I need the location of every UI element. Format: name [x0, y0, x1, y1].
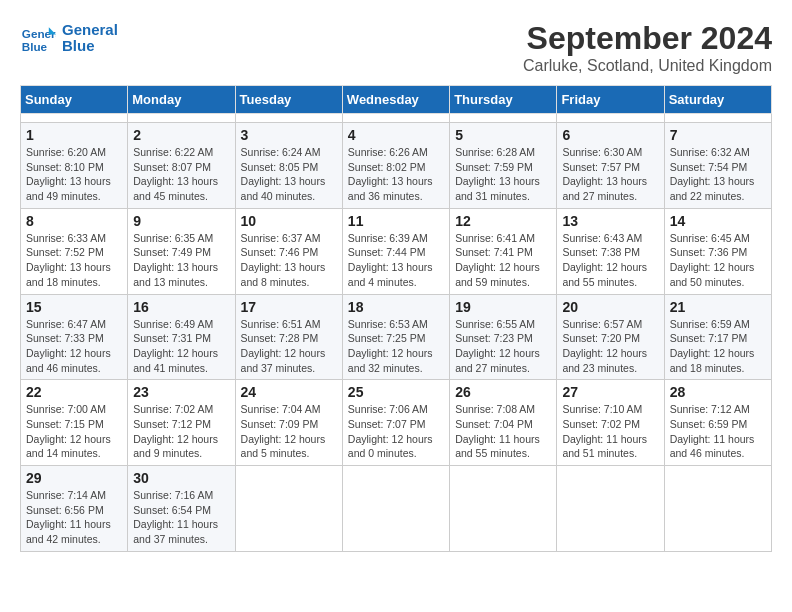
day-number: 3	[241, 127, 337, 143]
day-info: Sunrise: 6:53 AMSunset: 7:25 PMDaylight:…	[348, 317, 444, 376]
day-info: Sunrise: 6:22 AMSunset: 8:07 PMDaylight:…	[133, 145, 229, 204]
calendar-week-row	[21, 114, 772, 123]
month-title: September 2024	[523, 20, 772, 57]
calendar-day-cell: 17Sunrise: 6:51 AMSunset: 7:28 PMDayligh…	[235, 294, 342, 380]
day-number: 26	[455, 384, 551, 400]
calendar-day-cell: 24Sunrise: 7:04 AMSunset: 7:09 PMDayligh…	[235, 380, 342, 466]
logo-text-line2: Blue	[62, 38, 118, 55]
day-info: Sunrise: 6:43 AMSunset: 7:38 PMDaylight:…	[562, 231, 658, 290]
logo-text-line1: General	[62, 22, 118, 39]
calendar-day-cell: 4Sunrise: 6:26 AMSunset: 8:02 PMDaylight…	[342, 123, 449, 209]
calendar-day-cell: 1Sunrise: 6:20 AMSunset: 8:10 PMDaylight…	[21, 123, 128, 209]
calendar-week-row: 1Sunrise: 6:20 AMSunset: 8:10 PMDaylight…	[21, 123, 772, 209]
day-number: 9	[133, 213, 229, 229]
calendar-day-cell: 14Sunrise: 6:45 AMSunset: 7:36 PMDayligh…	[664, 208, 771, 294]
day-info: Sunrise: 6:51 AMSunset: 7:28 PMDaylight:…	[241, 317, 337, 376]
day-info: Sunrise: 6:41 AMSunset: 7:41 PMDaylight:…	[455, 231, 551, 290]
empty-cell	[235, 466, 342, 552]
empty-cell	[664, 466, 771, 552]
day-info: Sunrise: 6:30 AMSunset: 7:57 PMDaylight:…	[562, 145, 658, 204]
weekday-header-tuesday: Tuesday	[235, 86, 342, 114]
calendar-day-cell: 20Sunrise: 6:57 AMSunset: 7:20 PMDayligh…	[557, 294, 664, 380]
calendar-week-row: 22Sunrise: 7:00 AMSunset: 7:15 PMDayligh…	[21, 380, 772, 466]
day-info: Sunrise: 7:08 AMSunset: 7:04 PMDaylight:…	[455, 402, 551, 461]
logo-icon: General Blue	[20, 20, 56, 56]
empty-cell	[450, 114, 557, 123]
day-info: Sunrise: 6:45 AMSunset: 7:36 PMDaylight:…	[670, 231, 766, 290]
logo: General Blue General Blue	[20, 20, 118, 56]
day-info: Sunrise: 6:20 AMSunset: 8:10 PMDaylight:…	[26, 145, 122, 204]
day-number: 23	[133, 384, 229, 400]
calendar-day-cell: 13Sunrise: 6:43 AMSunset: 7:38 PMDayligh…	[557, 208, 664, 294]
day-info: Sunrise: 7:10 AMSunset: 7:02 PMDaylight:…	[562, 402, 658, 461]
weekday-header-friday: Friday	[557, 86, 664, 114]
day-number: 17	[241, 299, 337, 315]
day-number: 1	[26, 127, 122, 143]
calendar-day-cell: 10Sunrise: 6:37 AMSunset: 7:46 PMDayligh…	[235, 208, 342, 294]
calendar-day-cell: 19Sunrise: 6:55 AMSunset: 7:23 PMDayligh…	[450, 294, 557, 380]
day-number: 7	[670, 127, 766, 143]
calendar-day-cell: 16Sunrise: 6:49 AMSunset: 7:31 PMDayligh…	[128, 294, 235, 380]
day-info: Sunrise: 6:59 AMSunset: 7:17 PMDaylight:…	[670, 317, 766, 376]
calendar-week-row: 29Sunrise: 7:14 AMSunset: 6:56 PMDayligh…	[21, 466, 772, 552]
calendar-day-cell: 15Sunrise: 6:47 AMSunset: 7:33 PMDayligh…	[21, 294, 128, 380]
calendar-day-cell: 23Sunrise: 7:02 AMSunset: 7:12 PMDayligh…	[128, 380, 235, 466]
calendar-day-cell: 26Sunrise: 7:08 AMSunset: 7:04 PMDayligh…	[450, 380, 557, 466]
empty-cell	[235, 114, 342, 123]
day-number: 16	[133, 299, 229, 315]
day-number: 8	[26, 213, 122, 229]
empty-cell	[342, 466, 449, 552]
day-number: 30	[133, 470, 229, 486]
calendar-day-cell: 25Sunrise: 7:06 AMSunset: 7:07 PMDayligh…	[342, 380, 449, 466]
calendar-day-cell: 5Sunrise: 6:28 AMSunset: 7:59 PMDaylight…	[450, 123, 557, 209]
day-info: Sunrise: 6:37 AMSunset: 7:46 PMDaylight:…	[241, 231, 337, 290]
calendar-day-cell: 6Sunrise: 6:30 AMSunset: 7:57 PMDaylight…	[557, 123, 664, 209]
calendar-week-row: 15Sunrise: 6:47 AMSunset: 7:33 PMDayligh…	[21, 294, 772, 380]
day-number: 29	[26, 470, 122, 486]
day-info: Sunrise: 6:47 AMSunset: 7:33 PMDaylight:…	[26, 317, 122, 376]
calendar-day-cell: 18Sunrise: 6:53 AMSunset: 7:25 PMDayligh…	[342, 294, 449, 380]
day-number: 2	[133, 127, 229, 143]
empty-cell	[664, 114, 771, 123]
day-number: 25	[348, 384, 444, 400]
calendar-day-cell: 12Sunrise: 6:41 AMSunset: 7:41 PMDayligh…	[450, 208, 557, 294]
calendar-header-row: SundayMondayTuesdayWednesdayThursdayFrid…	[21, 86, 772, 114]
day-number: 6	[562, 127, 658, 143]
day-number: 15	[26, 299, 122, 315]
day-number: 5	[455, 127, 551, 143]
empty-cell	[450, 466, 557, 552]
day-number: 12	[455, 213, 551, 229]
day-info: Sunrise: 6:49 AMSunset: 7:31 PMDaylight:…	[133, 317, 229, 376]
day-number: 14	[670, 213, 766, 229]
day-info: Sunrise: 7:16 AMSunset: 6:54 PMDaylight:…	[133, 488, 229, 547]
day-info: Sunrise: 6:32 AMSunset: 7:54 PMDaylight:…	[670, 145, 766, 204]
day-number: 21	[670, 299, 766, 315]
page-header: General Blue General Blue September 2024…	[20, 20, 772, 75]
day-number: 20	[562, 299, 658, 315]
title-block: September 2024 Carluke, Scotland, United…	[523, 20, 772, 75]
calendar-day-cell: 7Sunrise: 6:32 AMSunset: 7:54 PMDaylight…	[664, 123, 771, 209]
calendar-day-cell: 28Sunrise: 7:12 AMSunset: 6:59 PMDayligh…	[664, 380, 771, 466]
day-info: Sunrise: 7:02 AMSunset: 7:12 PMDaylight:…	[133, 402, 229, 461]
day-info: Sunrise: 7:12 AMSunset: 6:59 PMDaylight:…	[670, 402, 766, 461]
day-info: Sunrise: 6:33 AMSunset: 7:52 PMDaylight:…	[26, 231, 122, 290]
svg-text:Blue: Blue	[22, 40, 48, 53]
calendar-day-cell: 22Sunrise: 7:00 AMSunset: 7:15 PMDayligh…	[21, 380, 128, 466]
weekday-header-thursday: Thursday	[450, 86, 557, 114]
day-info: Sunrise: 7:04 AMSunset: 7:09 PMDaylight:…	[241, 402, 337, 461]
day-number: 11	[348, 213, 444, 229]
day-number: 28	[670, 384, 766, 400]
day-number: 22	[26, 384, 122, 400]
day-info: Sunrise: 6:55 AMSunset: 7:23 PMDaylight:…	[455, 317, 551, 376]
day-info: Sunrise: 7:06 AMSunset: 7:07 PMDaylight:…	[348, 402, 444, 461]
day-number: 18	[348, 299, 444, 315]
day-info: Sunrise: 6:39 AMSunset: 7:44 PMDaylight:…	[348, 231, 444, 290]
weekday-header-wednesday: Wednesday	[342, 86, 449, 114]
calendar-day-cell: 11Sunrise: 6:39 AMSunset: 7:44 PMDayligh…	[342, 208, 449, 294]
calendar-week-row: 8Sunrise: 6:33 AMSunset: 7:52 PMDaylight…	[21, 208, 772, 294]
day-info: Sunrise: 6:35 AMSunset: 7:49 PMDaylight:…	[133, 231, 229, 290]
empty-cell	[21, 114, 128, 123]
calendar-table: SundayMondayTuesdayWednesdayThursdayFrid…	[20, 85, 772, 552]
calendar-day-cell: 9Sunrise: 6:35 AMSunset: 7:49 PMDaylight…	[128, 208, 235, 294]
day-info: Sunrise: 6:26 AMSunset: 8:02 PMDaylight:…	[348, 145, 444, 204]
